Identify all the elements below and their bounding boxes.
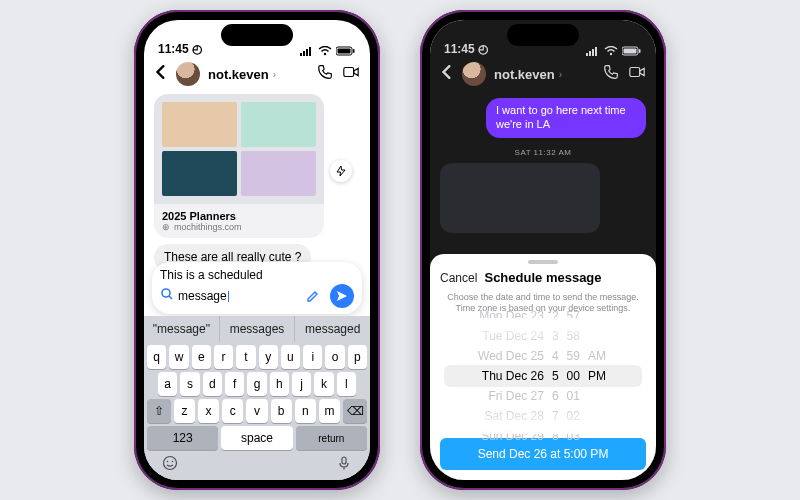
key-k[interactable]: k	[314, 372, 333, 396]
svg-point-12	[167, 461, 169, 463]
keyboard-suggestions[interactable]: "message" messages messaged	[144, 316, 370, 342]
key-z[interactable]: z	[174, 399, 195, 423]
svg-rect-3	[309, 47, 311, 56]
link-preview-image	[154, 94, 324, 204]
key-n[interactable]: n	[295, 399, 316, 423]
link-source: ⊕mochithings.com	[162, 222, 316, 232]
svg-rect-17	[589, 51, 591, 56]
keyboard-row-2: asdfghjkl	[144, 369, 370, 396]
key-a[interactable]: a	[158, 372, 177, 396]
search-icon[interactable]	[160, 287, 174, 304]
key-v[interactable]: v	[246, 399, 267, 423]
key-u[interactable]: u	[281, 345, 300, 369]
sheet-handle[interactable]	[528, 260, 558, 264]
key-x[interactable]: x	[198, 399, 219, 423]
message-composer[interactable]: This is a scheduled message	[152, 262, 362, 314]
cancel-button[interactable]: Cancel	[440, 271, 477, 285]
svg-rect-2	[306, 49, 308, 56]
keyboard-row-4: 123 space return	[144, 423, 370, 453]
suggestion[interactable]: "message"	[144, 316, 220, 342]
svg-rect-23	[639, 49, 641, 53]
wifi-icon	[318, 46, 332, 56]
key-g[interactable]: g	[247, 372, 266, 396]
svg-rect-7	[353, 49, 355, 53]
chevron-right-icon: ›	[559, 69, 562, 80]
timestamp: SAT 11:32 AM	[440, 138, 646, 157]
back-button[interactable]	[440, 65, 454, 83]
svg-rect-14	[342, 457, 346, 464]
keyboard[interactable]: "message" messages messaged qwertyuiop a…	[144, 316, 370, 480]
composer-text[interactable]: This is a scheduled message	[160, 268, 354, 308]
emoji-key[interactable]	[162, 455, 178, 475]
space-key[interactable]: space	[221, 426, 292, 450]
link-preview-card[interactable]: 2025 Planners ⊕mochithings.com	[154, 94, 324, 238]
key-d[interactable]: d	[203, 372, 222, 396]
svg-point-11	[164, 457, 177, 470]
key-o[interactable]: o	[325, 345, 344, 369]
avatar[interactable]	[462, 62, 486, 86]
avatar[interactable]	[176, 62, 200, 86]
picker-date-column[interactable]: Mon Dec 23Tue Dec 24Wed Dec 25Thu Dec 26…	[478, 308, 544, 444]
message-list[interactable]: 2025 Planners ⊕mochithings.com These are…	[144, 90, 370, 275]
numeric-key[interactable]: 123	[147, 426, 218, 450]
video-call-button[interactable]	[628, 63, 646, 85]
cell-signal-icon	[586, 46, 600, 56]
back-button[interactable]	[154, 65, 168, 83]
key-q[interactable]: q	[147, 345, 166, 369]
send-button[interactable]	[330, 284, 354, 308]
battery-icon	[622, 46, 642, 56]
key-j[interactable]: j	[292, 372, 311, 396]
outgoing-message[interactable]: I want to go here next time we're in LA	[486, 98, 646, 138]
schedule-sheet[interactable]: Cancel Schedule message Choose the date …	[430, 254, 656, 481]
svg-rect-18	[592, 49, 594, 56]
datetime-picker[interactable]: Mon Dec 23Tue Dec 24Wed Dec 25Thu Dec 26…	[440, 318, 646, 434]
phone-left: 11:45 ◴ not.keven › 2025 Planners	[134, 10, 380, 490]
keyboard-row-1: qwertyuiop	[144, 342, 370, 369]
key-l[interactable]: l	[337, 372, 356, 396]
key-e[interactable]: e	[192, 345, 211, 369]
key-c[interactable]: c	[222, 399, 243, 423]
key-t[interactable]: t	[236, 345, 255, 369]
svg-rect-22	[624, 49, 637, 54]
username[interactable]: not.keven	[208, 67, 269, 82]
status-time: 11:45 ◴	[158, 42, 202, 56]
key-h[interactable]: h	[270, 372, 289, 396]
key-i[interactable]: i	[303, 345, 322, 369]
chat-header: not.keven ›	[144, 58, 370, 90]
username[interactable]: not.keven	[494, 67, 555, 82]
key-r[interactable]: r	[214, 345, 233, 369]
return-key[interactable]: return	[296, 426, 367, 450]
key-p[interactable]: p	[348, 345, 367, 369]
key-m[interactable]: m	[319, 399, 340, 423]
svg-rect-1	[303, 51, 305, 56]
shift-key[interactable]: ⇧	[147, 399, 171, 423]
call-button[interactable]	[316, 63, 334, 85]
svg-rect-6	[338, 49, 351, 54]
edit-icon[interactable]	[302, 285, 324, 307]
key-y[interactable]: y	[259, 345, 278, 369]
screen-right: 11:45 ◴ not.keven › I want to go here ne…	[430, 20, 656, 480]
svg-rect-8	[344, 68, 354, 77]
key-s[interactable]: s	[180, 372, 199, 396]
suggestion[interactable]: messaged	[295, 316, 370, 342]
reaction-button[interactable]	[330, 160, 352, 182]
picker-minute-column[interactable]: 57585900010203	[567, 308, 580, 444]
mic-key[interactable]	[336, 455, 352, 475]
svg-point-9	[162, 289, 170, 297]
picker-ampm-column[interactable]: AMPM	[588, 308, 608, 444]
picker-hour-column[interactable]: 2345678	[552, 308, 559, 444]
svg-rect-16	[586, 53, 588, 56]
call-button[interactable]	[602, 63, 620, 85]
suggestion[interactable]: messages	[220, 316, 296, 342]
svg-line-10	[169, 296, 172, 299]
cell-signal-icon	[300, 46, 314, 56]
key-f[interactable]: f	[225, 372, 244, 396]
svg-rect-24	[630, 68, 640, 77]
video-call-button[interactable]	[342, 63, 360, 85]
key-w[interactable]: w	[169, 345, 188, 369]
screen-left: 11:45 ◴ not.keven › 2025 Planners	[144, 20, 370, 480]
key-b[interactable]: b	[271, 399, 292, 423]
link-preview-card	[440, 163, 600, 233]
backspace-key[interactable]: ⌫	[343, 399, 367, 423]
link-title: 2025 Planners	[162, 210, 316, 222]
